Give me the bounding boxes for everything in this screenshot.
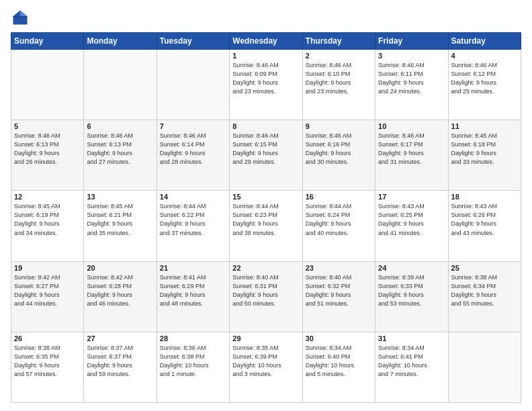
week-row-3: 12Sunrise: 8:45 AM Sunset: 6:19 PM Dayli…	[11, 191, 521, 261]
day-number: 7	[160, 122, 226, 130]
day-info: Sunrise: 8:46 AM Sunset: 6:13 PM Dayligh…	[87, 132, 153, 167]
day-info: Sunrise: 8:46 AM Sunset: 6:11 PM Dayligh…	[378, 61, 445, 96]
logo	[11, 8, 32, 27]
calendar-cell: 1Sunrise: 8:46 AM Sunset: 6:09 PM Daylig…	[230, 50, 302, 120]
day-number: 17	[378, 193, 445, 201]
day-number: 10	[378, 122, 445, 130]
day-number: 15	[232, 193, 299, 201]
calendar-cell: 24Sunrise: 8:39 AM Sunset: 6:33 PM Dayli…	[375, 261, 448, 332]
day-info: Sunrise: 8:44 AM Sunset: 6:24 PM Dayligh…	[306, 202, 372, 237]
weekday-header-saturday: Saturday	[448, 33, 521, 50]
calendar-cell	[84, 50, 157, 120]
calendar-cell: 8Sunrise: 8:46 AM Sunset: 6:15 PM Daylig…	[230, 120, 302, 191]
day-info: Sunrise: 8:40 AM Sunset: 6:32 PM Dayligh…	[306, 273, 372, 308]
day-info: Sunrise: 8:39 AM Sunset: 6:33 PM Dayligh…	[378, 273, 445, 308]
day-info: Sunrise: 8:46 AM Sunset: 6:13 PM Dayligh…	[14, 132, 81, 167]
calendar-cell: 5Sunrise: 8:46 AM Sunset: 6:13 PM Daylig…	[11, 120, 84, 191]
calendar-cell: 4Sunrise: 8:46 AM Sunset: 6:12 PM Daylig…	[448, 50, 521, 120]
calendar-cell	[157, 50, 229, 120]
day-info: Sunrise: 8:45 AM Sunset: 6:21 PM Dayligh…	[87, 202, 153, 237]
calendar-cell	[448, 332, 521, 402]
day-info: Sunrise: 8:38 AM Sunset: 6:34 PM Dayligh…	[451, 273, 518, 308]
calendar-cell: 6Sunrise: 8:46 AM Sunset: 6:13 PM Daylig…	[84, 120, 157, 191]
day-number: 16	[306, 193, 372, 201]
calendar-cell: 15Sunrise: 8:44 AM Sunset: 6:23 PM Dayli…	[230, 191, 302, 261]
calendar-cell: 10Sunrise: 8:46 AM Sunset: 6:17 PM Dayli…	[375, 120, 448, 191]
day-info: Sunrise: 8:46 AM Sunset: 6:16 PM Dayligh…	[306, 132, 372, 167]
logo-icon	[11, 8, 30, 27]
day-info: Sunrise: 8:34 AM Sunset: 6:41 PM Dayligh…	[378, 344, 445, 379]
day-number: 22	[232, 264, 299, 272]
day-number: 1	[232, 52, 299, 60]
calendar-table: SundayMondayTuesdayWednesdayThursdayFrid…	[11, 32, 521, 403]
header	[11, 8, 521, 27]
calendar-cell: 12Sunrise: 8:45 AM Sunset: 6:19 PM Dayli…	[11, 191, 84, 261]
day-number: 8	[232, 122, 299, 130]
calendar-page: SundayMondayTuesdayWednesdayThursdayFrid…	[0, 0, 532, 411]
day-info: Sunrise: 8:41 AM Sunset: 6:29 PM Dayligh…	[160, 273, 226, 308]
weekday-header-monday: Monday	[84, 33, 157, 50]
week-row-5: 26Sunrise: 8:38 AM Sunset: 6:35 PM Dayli…	[11, 332, 521, 402]
day-info: Sunrise: 8:38 AM Sunset: 6:35 PM Dayligh…	[14, 344, 81, 379]
day-number: 19	[14, 264, 81, 272]
day-info: Sunrise: 8:44 AM Sunset: 6:22 PM Dayligh…	[160, 202, 226, 237]
day-info: Sunrise: 8:42 AM Sunset: 6:28 PM Dayligh…	[87, 273, 153, 308]
calendar-cell: 2Sunrise: 8:46 AM Sunset: 6:10 PM Daylig…	[302, 50, 375, 120]
calendar-cell: 17Sunrise: 8:43 AM Sunset: 6:25 PM Dayli…	[375, 191, 448, 261]
calendar-cell: 13Sunrise: 8:45 AM Sunset: 6:21 PM Dayli…	[84, 191, 157, 261]
day-number: 2	[306, 52, 372, 60]
day-info: Sunrise: 8:37 AM Sunset: 6:37 PM Dayligh…	[87, 344, 153, 379]
svg-rect-2	[13, 16, 28, 17]
weekday-header-sunday: Sunday	[11, 33, 84, 50]
calendar-cell: 14Sunrise: 8:44 AM Sunset: 6:22 PM Dayli…	[157, 191, 229, 261]
week-row-2: 5Sunrise: 8:46 AM Sunset: 6:13 PM Daylig…	[11, 120, 521, 191]
calendar-cell: 29Sunrise: 8:35 AM Sunset: 6:39 PM Dayli…	[230, 332, 302, 402]
day-number: 24	[378, 264, 445, 272]
day-info: Sunrise: 8:43 AM Sunset: 6:25 PM Dayligh…	[378, 202, 445, 237]
day-number: 18	[451, 193, 518, 201]
day-number: 4	[451, 52, 518, 60]
weekday-header-tuesday: Tuesday	[157, 33, 229, 50]
day-number: 11	[451, 122, 518, 130]
calendar-cell: 18Sunrise: 8:43 AM Sunset: 6:26 PM Dayli…	[448, 191, 521, 261]
day-number: 23	[306, 264, 372, 272]
day-number: 30	[306, 334, 372, 342]
day-number: 14	[160, 193, 226, 201]
calendar-cell: 26Sunrise: 8:38 AM Sunset: 6:35 PM Dayli…	[11, 332, 84, 402]
calendar-cell: 28Sunrise: 8:36 AM Sunset: 6:38 PM Dayli…	[157, 332, 229, 402]
day-number: 5	[14, 122, 81, 130]
day-info: Sunrise: 8:46 AM Sunset: 6:10 PM Dayligh…	[306, 61, 372, 96]
day-number: 29	[232, 334, 299, 342]
day-info: Sunrise: 8:46 AM Sunset: 6:17 PM Dayligh…	[378, 132, 445, 167]
weekday-header-friday: Friday	[375, 33, 448, 50]
day-info: Sunrise: 8:46 AM Sunset: 6:15 PM Dayligh…	[232, 132, 299, 167]
calendar-cell: 22Sunrise: 8:40 AM Sunset: 6:31 PM Dayli…	[230, 261, 302, 332]
day-number: 12	[14, 193, 81, 201]
day-info: Sunrise: 8:40 AM Sunset: 6:31 PM Dayligh…	[232, 273, 299, 308]
day-number: 25	[451, 264, 518, 272]
weekday-header-thursday: Thursday	[302, 33, 375, 50]
calendar-cell: 16Sunrise: 8:44 AM Sunset: 6:24 PM Dayli…	[302, 191, 375, 261]
day-info: Sunrise: 8:34 AM Sunset: 6:40 PM Dayligh…	[306, 344, 372, 379]
weekday-header-row: SundayMondayTuesdayWednesdayThursdayFrid…	[11, 33, 521, 50]
calendar-cell: 3Sunrise: 8:46 AM Sunset: 6:11 PM Daylig…	[375, 50, 448, 120]
day-info: Sunrise: 8:44 AM Sunset: 6:23 PM Dayligh…	[232, 202, 299, 237]
day-number: 6	[87, 122, 153, 130]
week-row-4: 19Sunrise: 8:42 AM Sunset: 6:27 PM Dayli…	[11, 261, 521, 332]
day-number: 13	[87, 193, 153, 201]
day-number: 21	[160, 264, 226, 272]
calendar-cell: 21Sunrise: 8:41 AM Sunset: 6:29 PM Dayli…	[157, 261, 229, 332]
calendar-cell: 31Sunrise: 8:34 AM Sunset: 6:41 PM Dayli…	[375, 332, 448, 402]
day-info: Sunrise: 8:42 AM Sunset: 6:27 PM Dayligh…	[14, 273, 81, 308]
calendar-cell: 30Sunrise: 8:34 AM Sunset: 6:40 PM Dayli…	[302, 332, 375, 402]
calendar-cell: 9Sunrise: 8:46 AM Sunset: 6:16 PM Daylig…	[302, 120, 375, 191]
calendar-cell: 25Sunrise: 8:38 AM Sunset: 6:34 PM Dayli…	[448, 261, 521, 332]
calendar-cell: 11Sunrise: 8:45 AM Sunset: 6:18 PM Dayli…	[448, 120, 521, 191]
day-number: 3	[378, 52, 445, 60]
day-info: Sunrise: 8:36 AM Sunset: 6:38 PM Dayligh…	[160, 344, 226, 379]
day-info: Sunrise: 8:43 AM Sunset: 6:26 PM Dayligh…	[451, 202, 518, 237]
day-info: Sunrise: 8:46 AM Sunset: 6:09 PM Dayligh…	[232, 61, 299, 96]
calendar-cell: 19Sunrise: 8:42 AM Sunset: 6:27 PM Dayli…	[11, 261, 84, 332]
day-info: Sunrise: 8:45 AM Sunset: 6:18 PM Dayligh…	[451, 132, 518, 167]
week-row-1: 1Sunrise: 8:46 AM Sunset: 6:09 PM Daylig…	[11, 50, 521, 120]
